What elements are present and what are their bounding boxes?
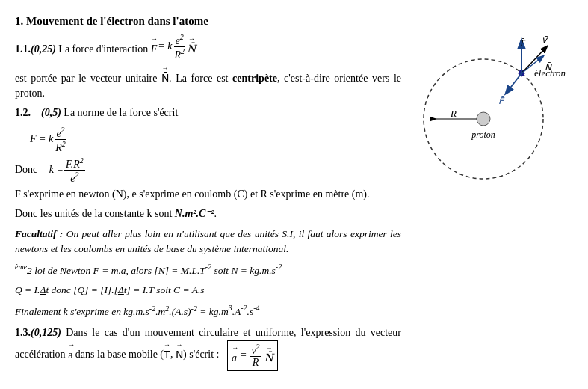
s12-points: (0,5) <box>41 107 61 118</box>
s13-text3: ) s'écrit : <box>183 349 219 361</box>
text-column: 1.1.(0,25) La force d'interaction →F = k… <box>15 33 401 376</box>
final-fraction: v2 R <box>250 343 261 368</box>
norm-formula: F = k e2 R2 <box>30 126 67 153</box>
s13-label: 1.3. <box>15 327 31 338</box>
main-title: 1. Mouvement de l'électron dans l'atome <box>15 13 573 30</box>
vec-F: →F <box>151 36 158 57</box>
svg-text:N̄: N̄ <box>545 62 552 73</box>
final-formula-box: →a = v2 R →N̄ <box>227 340 278 370</box>
vec-N-force: →N̄ <box>187 36 196 57</box>
physics-diagram: proton R électron <box>409 33 573 183</box>
s11-points: (0,25) <box>31 43 56 55</box>
s12-text1: La norme de la force s'écrit <box>61 107 178 118</box>
page-container: 1. Mouvement de l'électron dans l'atome … <box>15 13 573 376</box>
s13-text2: dans la base mobile ( <box>72 349 164 361</box>
section-1-1: 1.1.(0,25) La force d'interaction →F = k… <box>15 33 401 102</box>
s12-text3: Donc les unités de la constante k sont <box>15 208 175 219</box>
svg-text:proton: proton <box>471 129 495 140</box>
centripete-word: centripète <box>232 73 277 84</box>
facultatif-title: Facultatif : <box>15 228 63 239</box>
fraction-e2-R2: e2 R2 <box>173 33 186 61</box>
s13-points: (0,125) <box>31 327 61 338</box>
svg-line-13 <box>506 73 522 94</box>
k-formula: k = F.R2 e2 <box>49 156 85 184</box>
formula-1: F = k e2 R2 <box>30 126 401 153</box>
svg-text:T̄: T̄ <box>519 38 526 49</box>
s11-text1: La force d'interaction <box>56 43 151 55</box>
donc-word: Donc <box>15 162 37 177</box>
svg-point-1 <box>477 112 490 126</box>
s11-text3: . La force est <box>169 73 232 84</box>
facultatif-text: On peut aller plus loin en n'utilisant q… <box>15 228 401 254</box>
section-1-3: 1.3.(0,125) Dans le cas d'un mouvement c… <box>15 325 401 371</box>
fraction-norm: e2 R2 <box>54 126 67 153</box>
diagram-column: proton R électron <box>409 33 573 376</box>
facultatif-section: Facultatif : On peut aller plus loin en … <box>15 227 401 319</box>
svg-text:F̄: F̄ <box>498 96 505 106</box>
s12-text2: F s'exprime en newton (N), e s'exprime e… <box>15 189 370 200</box>
vec-N-ref: →N̄ <box>161 65 169 86</box>
s11-label: 1.1. <box>15 43 31 55</box>
section-1-2: 1.2. (0,5) La norme de la force s'écrit … <box>15 105 401 221</box>
svg-text:v̄: v̄ <box>542 34 548 45</box>
vec-a: →a <box>68 342 72 363</box>
donc-formula: Donc k = F.R2 e2 <box>15 156 401 184</box>
svg-text:R: R <box>450 108 457 119</box>
s11-text2: est portée par le vecteur unitaire <box>15 73 161 84</box>
s12-units: N.m².C⁻² <box>175 208 214 219</box>
fraction-k: F.R2 e2 <box>64 156 85 184</box>
force-equation: →F = k e2 R2 →N̄ <box>151 33 196 61</box>
s12-label: 1.2. <box>15 107 31 118</box>
